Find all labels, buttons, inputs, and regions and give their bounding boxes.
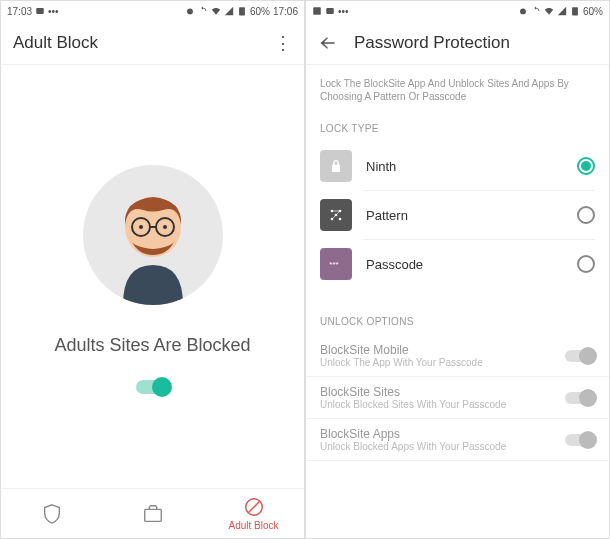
sync-icon <box>198 6 208 16</box>
svg-line-11 <box>248 502 259 513</box>
shield-icon <box>41 503 63 525</box>
page-title: Password Protection <box>354 33 510 53</box>
lock-label: Passcode <box>366 257 577 272</box>
svg-rect-12 <box>313 7 321 15</box>
lock-type-passcode[interactable]: *** Passcode <box>306 240 609 288</box>
unlock-subtitle: Unlock The App With Your Passcode <box>320 357 565 368</box>
lock-label: Pattern <box>366 208 577 223</box>
page-title: Adult Block <box>13 33 98 53</box>
unlock-option-apps[interactable]: BlockSite Apps Unlock Blocked Apps With … <box>306 419 609 461</box>
battery-icon <box>237 6 247 16</box>
unlock-subtitle: Unlock Blocked Apps With Your Passcode <box>320 441 565 452</box>
signal-icon <box>557 6 567 16</box>
main-content: Lock The BlockSite App And Unblock Sites… <box>306 65 609 538</box>
svg-point-7 <box>139 225 143 229</box>
nav-item-shield[interactable] <box>1 489 102 538</box>
description: Lock The BlockSite App And Unblock Sites… <box>306 65 609 115</box>
wifi-icon <box>544 6 554 16</box>
passcode-icon: *** <box>320 248 352 280</box>
svg-point-20 <box>339 218 342 221</box>
status-bar: 17:03 ••• 60% 17:06 <box>1 1 304 21</box>
unlock-title: BlockSite Apps <box>320 427 565 441</box>
bottom-nav: Adult Block <box>1 488 304 538</box>
svg-rect-2 <box>239 7 245 15</box>
lock-type-pattern[interactable]: Pattern <box>306 191 609 239</box>
main-content: Adults Sites Are Blocked <box>1 65 304 488</box>
unlock-subtitle: Unlock Blocked Sites With Your Passcode <box>320 399 565 410</box>
status-time: 17:03 <box>7 6 32 17</box>
lock-label: Ninth <box>366 159 577 174</box>
unlock-option-sites[interactable]: BlockSite Sites Unlock Blocked Sites Wit… <box>306 377 609 419</box>
phone-right: ••• 60% Password Protection Lock The Blo… <box>305 0 610 539</box>
blocked-message: Adults Sites Are Blocked <box>54 335 250 356</box>
svg-rect-13 <box>326 8 334 14</box>
battery-icon <box>570 6 580 16</box>
phone-left: 17:03 ••• 60% 17:06 Adult Block ⋮ <box>0 0 305 539</box>
unlock-title: BlockSite Mobile <box>320 343 565 357</box>
toggle-switch[interactable] <box>565 350 595 362</box>
block-toggle[interactable] <box>136 380 170 394</box>
unlock-title: BlockSite Sites <box>320 385 565 399</box>
toggle-switch[interactable] <box>565 392 595 404</box>
svg-point-8 <box>163 225 167 229</box>
avatar <box>83 165 223 305</box>
section-unlock-options: UNLOCK OPTIONS <box>306 308 609 335</box>
radio-button[interactable] <box>577 206 595 224</box>
header: Adult Block ⋮ <box>1 21 304 65</box>
block-icon <box>243 496 265 518</box>
menu-dots-icon[interactable]: ⋮ <box>274 32 292 54</box>
svg-rect-0 <box>36 8 44 14</box>
wifi-icon <box>211 6 221 16</box>
alarm-icon <box>518 6 528 16</box>
lock-type-ninth[interactable]: Ninth <box>306 142 609 190</box>
pattern-icon <box>320 199 352 231</box>
radio-button[interactable] <box>577 157 595 175</box>
nav-label-adult: Adult Block <box>228 520 278 531</box>
section-lock-type: LOCK TYPE <box>306 115 609 142</box>
signal-icon <box>224 6 234 16</box>
svg-point-14 <box>520 9 526 15</box>
status-bar: ••• 60% <box>306 1 609 21</box>
battery-percent: 60% <box>250 6 270 17</box>
header: Password Protection <box>306 21 609 65</box>
message-icon <box>325 6 335 16</box>
svg-point-1 <box>187 9 193 15</box>
image-icon <box>312 6 322 16</box>
status-time2: 17:06 <box>273 6 298 17</box>
svg-rect-15 <box>572 7 578 15</box>
message-icon <box>35 6 45 16</box>
battery-percent: 60% <box>583 6 603 17</box>
more-icon: ••• <box>48 6 59 17</box>
radio-button[interactable] <box>577 255 595 273</box>
unlock-option-mobile[interactable]: BlockSite Mobile Unlock The App With You… <box>306 335 609 377</box>
nav-item-work[interactable] <box>102 489 203 538</box>
back-button[interactable] <box>318 33 338 53</box>
alarm-icon <box>185 6 195 16</box>
sync-icon <box>531 6 541 16</box>
svg-rect-9 <box>144 509 161 521</box>
toggle-switch[interactable] <box>565 434 595 446</box>
nav-item-adult-block[interactable]: Adult Block <box>203 489 304 538</box>
more-icon: ••• <box>338 6 349 17</box>
lock-icon <box>320 150 352 182</box>
svg-text:***: *** <box>329 260 338 269</box>
briefcase-icon <box>142 503 164 525</box>
